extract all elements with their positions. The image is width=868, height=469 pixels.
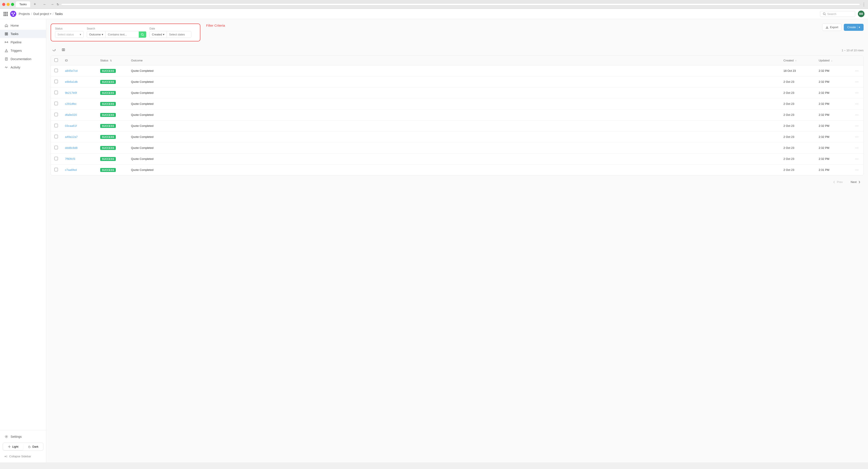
search-type-dropdown[interactable]: Outcome ▾ xyxy=(87,31,106,38)
row-actions-menu-4[interactable]: ··· xyxy=(854,112,860,118)
row-id-link-7[interactable]: ddd8c8d8 xyxy=(65,146,78,150)
theme-light-button[interactable]: Light xyxy=(3,443,23,450)
row-actions-menu-5[interactable]: ··· xyxy=(854,123,860,129)
refresh-icon xyxy=(53,48,56,52)
row-actions-menu-9[interactable]: ··· xyxy=(854,167,860,173)
columns-toggle-button[interactable] xyxy=(60,47,67,53)
data-table: ID Status ⇅ Outcome Created ↑ xyxy=(51,56,864,176)
header-outcome-label: Outcome xyxy=(131,59,143,62)
sidebar-item-triggers[interactable]: Triggers xyxy=(0,46,46,55)
address-bar[interactable] xyxy=(61,3,860,5)
date-input[interactable] xyxy=(167,31,191,38)
row-status-0: SUCCESS xyxy=(97,65,127,76)
sidebar-item-home[interactable]: Home xyxy=(0,21,46,30)
avatar[interactable]: BB xyxy=(858,10,865,17)
row-id-link-8[interactable]: 7f90fcf3 xyxy=(65,157,75,160)
search-icon xyxy=(823,12,826,15)
table-header-row: ID Status ⇅ Outcome Created ↑ xyxy=(51,56,863,65)
breadcrumb-projects[interactable]: Projects xyxy=(19,12,30,15)
refresh-table-button[interactable] xyxy=(51,47,58,53)
date-type-dropdown[interactable]: Created ▾ xyxy=(150,31,167,38)
row-status-3: SUCCESS xyxy=(97,98,127,110)
row-checkbox-5[interactable] xyxy=(54,124,58,127)
row-id-link-3[interactable]: c291dfec xyxy=(65,102,76,105)
browser-tab[interactable]: Tasks xyxy=(16,1,30,7)
row-checkbox-1[interactable] xyxy=(54,80,58,83)
row-checkbox-8[interactable] xyxy=(54,157,58,160)
row-actions-menu-1[interactable]: ··· xyxy=(854,79,860,85)
status-select-value: Select status xyxy=(58,33,74,36)
prev-page-button[interactable]: Prev xyxy=(830,179,845,185)
row-updated-7: 2:32 PM xyxy=(815,143,850,154)
row-actions-menu-2[interactable]: ··· xyxy=(854,90,860,96)
theme-dark-button[interactable]: Dark xyxy=(24,443,43,450)
global-search-bar[interactable]: Search xyxy=(820,11,855,17)
next-page-button[interactable]: Next xyxy=(848,179,864,185)
close-window-button[interactable] xyxy=(2,3,5,6)
row-status-6: SUCCESS xyxy=(97,131,127,143)
row-id-link-9[interactable]: c7aa6fed xyxy=(65,168,77,171)
row-id-link-1[interactable]: e8b6a1db xyxy=(65,80,78,84)
sidebar-item-tasks[interactable]: Tasks xyxy=(0,30,46,38)
row-outcome-9: Quote Completed xyxy=(127,164,780,176)
browser-menu-button[interactable]: ⋮ xyxy=(862,2,866,7)
back-button[interactable]: ← xyxy=(42,2,48,7)
sidebar-item-settings[interactable]: Settings xyxy=(0,433,46,441)
row-id-link-4[interactable]: dfa9e020 xyxy=(65,113,77,117)
search-submit-button[interactable] xyxy=(139,31,146,38)
sidebar-item-documentation[interactable]: Documentation xyxy=(0,55,46,63)
row-id-link-0[interactable]: a845e7cd xyxy=(65,69,78,72)
row-checkbox-cell xyxy=(51,65,61,76)
sidebar-item-activity[interactable]: Activity xyxy=(0,63,46,71)
row-actions-menu-3[interactable]: ··· xyxy=(854,101,860,106)
row-actions-menu-6[interactable]: ··· xyxy=(854,134,860,139)
header-created[interactable]: Created ↑ xyxy=(780,56,815,65)
sidebar-item-label-triggers: Triggers xyxy=(10,49,22,53)
row-created-7: 2 Oct 23 xyxy=(780,143,815,154)
row-checkbox-3[interactable] xyxy=(54,102,58,105)
row-checkbox-7[interactable] xyxy=(54,146,58,149)
select-all-checkbox[interactable] xyxy=(54,58,58,62)
row-actions-3: ··· xyxy=(850,98,863,110)
row-id-link-5[interactable]: 03caa61f xyxy=(65,124,77,127)
minimize-window-button[interactable] xyxy=(7,3,10,6)
row-checkbox-6[interactable] xyxy=(54,135,58,138)
row-actions-menu-0[interactable]: ··· xyxy=(854,68,860,73)
search-group: Outcome ▾ xyxy=(87,31,147,38)
content-area: Status Select status ▾ Search Outcome ▾ xyxy=(46,19,868,462)
new-tab-button[interactable]: + xyxy=(32,2,38,7)
row-actions-menu-7[interactable]: ··· xyxy=(854,145,860,151)
search-type-value: Outcome xyxy=(89,33,101,36)
header-status[interactable]: Status ⇅ xyxy=(97,56,127,65)
search-input[interactable] xyxy=(106,31,139,38)
row-outcome-3: Quote Completed xyxy=(127,98,780,110)
header-updated[interactable]: Updated ↓ xyxy=(815,56,850,65)
status-select[interactable]: Select status ▾ xyxy=(55,31,84,38)
row-created-4: 2 Oct 23 xyxy=(780,110,815,120)
maximize-window-button[interactable] xyxy=(11,3,14,6)
apps-grid-icon[interactable] xyxy=(3,12,8,16)
row-checkbox-9[interactable] xyxy=(54,168,58,171)
table-row: c7aa6fed SUCCESS Quote Completed 2 Oct 2… xyxy=(51,164,863,176)
browser-chrome: Tasks + ← → ↻ ⋮ xyxy=(0,0,868,9)
refresh-button[interactable]: ↻ xyxy=(57,3,59,6)
breadcrumb-project[interactable]: Dud project ▾ xyxy=(33,12,51,15)
create-button[interactable]: Create ▾ xyxy=(844,24,864,31)
row-checkbox-4[interactable] xyxy=(54,113,58,116)
row-id-link-6[interactable]: a49a12a7 xyxy=(65,135,78,138)
theme-toggle: Light Dark xyxy=(3,443,43,451)
sidebar-item-label-pipeline: Pipeline xyxy=(10,40,22,44)
row-actions-menu-8[interactable]: ··· xyxy=(854,156,860,162)
forward-button[interactable]: → xyxy=(49,2,55,7)
sidebar-item-pipeline[interactable]: Pipeline xyxy=(0,38,46,46)
status-badge-4: SUCCESS xyxy=(100,113,116,117)
table-row: 9b217b5f SUCCESS Quote Completed 2 Oct 2… xyxy=(51,87,863,98)
row-status-9: SUCCESS xyxy=(97,164,127,176)
row-actions-8: ··· xyxy=(850,154,863,164)
export-button[interactable]: Export xyxy=(822,24,842,31)
row-checkbox-0[interactable] xyxy=(54,69,58,72)
row-checkbox-2[interactable] xyxy=(54,91,58,94)
row-updated-2: 2:32 PM xyxy=(815,87,850,98)
collapse-sidebar-button[interactable]: Collapse Sidebar xyxy=(0,452,46,460)
row-id-link-2[interactable]: 9b217b5f xyxy=(65,91,77,94)
